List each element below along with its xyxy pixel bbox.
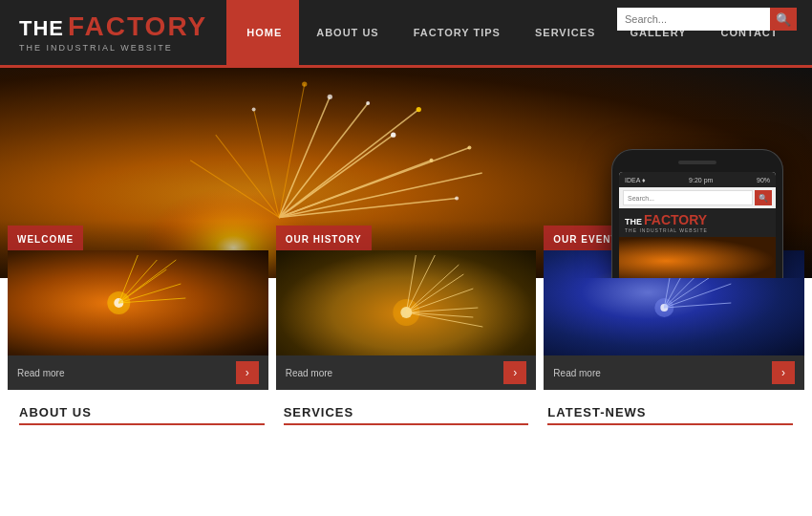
phone-battery: 90% bbox=[757, 177, 770, 183]
bottom-col-about: ABOUT US bbox=[19, 405, 265, 433]
bottom-services-title: SERVICES bbox=[284, 405, 529, 425]
search-button[interactable]: 🔍 bbox=[770, 8, 797, 31]
card-history: OUR HISTORY Read more › bbox=[276, 226, 537, 390]
card-events-readmore[interactable]: Read more bbox=[553, 368, 600, 378]
search-area: 🔍 bbox=[617, 8, 797, 31]
phone-logo-the: THE bbox=[625, 217, 642, 226]
card-events-footer: Read more › bbox=[544, 355, 804, 390]
logo-area: THE FACTORY THE INDUSTRIAL WEBSITE bbox=[0, 0, 229, 65]
phone-time: 9:20 pm bbox=[689, 177, 713, 183]
phone-frame: IDEA ♦ 9:20 pm 90% 🔍 THE FACTORY THE IND… bbox=[611, 149, 783, 278]
bottom-about-title: ABOUT US bbox=[19, 405, 265, 425]
logo-tagline: THE INDUSTRIAL WEBSITE bbox=[19, 43, 207, 53]
card-history-image bbox=[276, 250, 537, 355]
card-welcome-footer: Read more › bbox=[8, 355, 268, 390]
card-events-arrow[interactable]: › bbox=[772, 361, 795, 384]
nav-factory-tips[interactable]: FACTORY TIPS bbox=[396, 0, 518, 65]
svg-line-27 bbox=[118, 260, 157, 303]
phone-logo: THE FACTORY THE INDUSTRIAL WEBSITE bbox=[619, 208, 776, 237]
bottom-col-news: LATEST-NEWS bbox=[547, 405, 793, 433]
card-welcome: WELCOME Read more › bbox=[8, 226, 268, 390]
svg-line-34 bbox=[406, 265, 459, 312]
card-welcome-arrow[interactable]: › bbox=[236, 361, 259, 384]
nav-services[interactable]: SERVICES bbox=[518, 0, 612, 65]
phone-logo-factory: FACTORY bbox=[644, 212, 707, 227]
card-sparks-1 bbox=[8, 250, 268, 355]
bottom-section: ABOUT US SERVICES LATEST-NEWS bbox=[0, 390, 812, 433]
bottom-news-title: LATEST-NEWS bbox=[547, 405, 793, 425]
card-sparks-2 bbox=[276, 250, 537, 355]
card-welcome-image bbox=[8, 250, 268, 355]
svg-line-38 bbox=[406, 312, 482, 327]
card-history-readmore[interactable]: Read more bbox=[286, 368, 332, 378]
phone-logo-tagline: THE INDUSTRIAL WEBSITE bbox=[625, 227, 770, 233]
nav-home[interactable]: HOME bbox=[229, 0, 299, 65]
nav-about[interactable]: ABOUT US bbox=[299, 0, 395, 65]
logo-factory: FACTORY bbox=[68, 13, 207, 40]
bottom-col-services: SERVICES bbox=[284, 405, 529, 433]
card-history-label: OUR HISTORY bbox=[286, 234, 362, 245]
header: THE FACTORY THE INDUSTRIAL WEBSITE HOME … bbox=[0, 0, 812, 65]
card-welcome-label: WELCOME bbox=[17, 234, 74, 245]
logo-the: THE bbox=[19, 16, 64, 41]
phone-search-bar: 🔍 bbox=[619, 187, 776, 208]
phone-status-bar: IDEA ♦ 9:20 pm 90% bbox=[619, 172, 776, 187]
card-history-footer: Read more › bbox=[276, 355, 537, 390]
search-input[interactable] bbox=[617, 8, 770, 31]
svg-line-24 bbox=[118, 284, 181, 303]
card-history-arrow[interactable]: › bbox=[503, 361, 526, 384]
phone-search-button[interactable]: 🔍 bbox=[755, 190, 772, 205]
phone-hero-image bbox=[619, 237, 776, 278]
card-welcome-readmore[interactable]: Read more bbox=[17, 368, 64, 378]
mobile-phone-mockup: IDEA ♦ 9:20 pm 90% 🔍 THE FACTORY THE IND… bbox=[611, 149, 783, 278]
phone-speaker bbox=[678, 161, 716, 164]
phone-search-input[interactable] bbox=[623, 190, 753, 205]
phone-screen: IDEA ♦ 9:20 pm 90% 🔍 THE FACTORY THE IND… bbox=[619, 172, 776, 278]
phone-carrier: IDEA ♦ bbox=[625, 177, 645, 183]
svg-line-31 bbox=[406, 274, 463, 312]
